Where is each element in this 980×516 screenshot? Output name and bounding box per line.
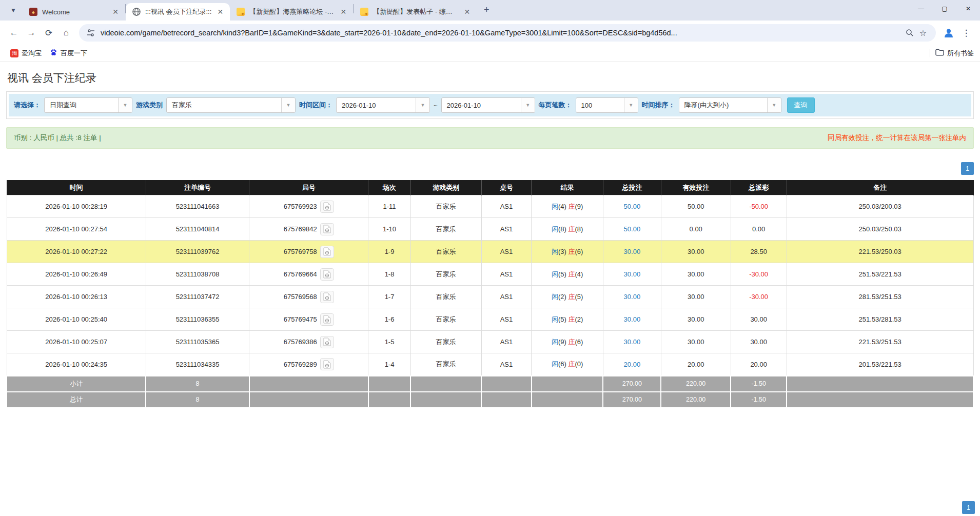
table-row: 2026-01-10 00:26:13523111037472675769568… <box>7 286 973 308</box>
tab-close-icon[interactable]: ✕ <box>215 7 225 16</box>
cell-total-bet[interactable]: 30.00 <box>603 241 661 263</box>
column-header: 结果 <box>532 181 603 195</box>
column-header: 总投注 <box>603 181 661 195</box>
tab-forum-post[interactable]: 【新提醒】发表帖子 - 综合交流 ✕ <box>354 3 477 21</box>
video-record-icon[interactable] <box>320 201 334 213</box>
date-start-value: 2026-01-10 <box>337 98 416 112</box>
date-start-select[interactable]: 2026-01-10 ▼ <box>336 97 430 113</box>
cell-valid-bet: 50.00 <box>661 195 731 218</box>
total-empty <box>532 376 603 392</box>
cell-total-bet[interactable]: 30.00 <box>603 263 661 286</box>
tab-title: :::视讯 会员下注纪录::: <box>145 7 211 16</box>
result-banker-score: (5) <box>575 293 583 301</box>
cell-total-bet[interactable]: 30.00 <box>603 286 661 308</box>
cell-session: 1-4 <box>368 353 411 376</box>
new-tab-button[interactable]: + <box>480 3 493 16</box>
forward-icon[interactable]: → <box>24 25 39 41</box>
total-valid-sum: 220.00 <box>661 392 731 408</box>
tab-close-icon[interactable]: ✕ <box>462 7 472 16</box>
query-mode-select[interactable]: 日期查询 ▼ <box>44 97 132 113</box>
cell-total-bet[interactable]: 30.00 <box>603 308 661 331</box>
cell-remark: 221.53/250.03 <box>787 241 973 263</box>
date-end-select[interactable]: 2026-01-10 ▼ <box>441 97 535 113</box>
tab-forum-thread[interactable]: 【新提醒】海燕策略论坛 - 综合 ✕ <box>230 3 353 21</box>
cell-payout: 30.00 <box>731 308 787 331</box>
address-bar[interactable]: videoie.com/game/betrecord_search/kind3?… <box>79 24 936 42</box>
cell-session: 1-7 <box>368 286 411 308</box>
cell-result: 闲(3) 庄(6) <box>532 241 603 263</box>
round-number: 675769758 <box>284 248 317 255</box>
cell-result: 闲(6) 庄(0) <box>532 353 603 376</box>
page-content: 视讯 会员下注纪录 请选择： 日期查询 ▼ 游戏类别 百家乐 ▼ 时间区间： 2… <box>0 62 980 516</box>
cell-round-id: 675769475 <box>249 308 368 331</box>
all-bookmarks-button[interactable]: 所有书签 <box>935 49 974 58</box>
game-type-select[interactable]: 百家乐 ▼ <box>166 97 296 113</box>
result-player-label: 闲 <box>552 293 558 301</box>
zoom-icon[interactable] <box>903 26 916 39</box>
menu-kebab-icon[interactable]: ⋮ <box>958 25 974 41</box>
date-separator: ~ <box>434 102 438 109</box>
chevron-down-icon: ▼ <box>521 98 535 112</box>
table-row: 2026-01-10 00:27:54523111040814675769842… <box>7 218 973 241</box>
cell-time: 2026-01-10 00:25:07 <box>7 331 146 353</box>
bookmark-taobao[interactable]: 淘 爱淘宝 <box>6 47 46 59</box>
video-record-icon[interactable] <box>320 313 334 326</box>
cell-game-type: 百家乐 <box>410 195 481 218</box>
pagination-top: 1 <box>6 162 974 175</box>
video-record-icon[interactable] <box>320 358 334 370</box>
search-button[interactable]: 查询 <box>787 97 815 113</box>
video-record-icon[interactable] <box>320 246 334 258</box>
chevron-down-icon: ▼ <box>281 98 295 112</box>
total-empty <box>249 376 368 392</box>
close-window-button[interactable]: ✕ <box>956 0 980 17</box>
cell-table-no: AS1 <box>481 195 532 218</box>
tab-search-chevron-icon[interactable]: ▼ <box>6 3 21 17</box>
result-player-score: (8) <box>558 225 569 233</box>
cell-total-bet[interactable]: 20.00 <box>603 353 661 376</box>
back-icon[interactable]: ← <box>6 25 22 41</box>
cell-valid-bet: 0.00 <box>661 218 731 241</box>
table-header-row: 时间注单编号局号场次游戏类别桌号结果总投注有效投注总派彩备注 <box>7 181 973 195</box>
cell-payout: -50.00 <box>731 195 787 218</box>
url-text[interactable]: videoie.com/game/betrecord_search/kind3?… <box>101 29 903 37</box>
chevron-down-icon: ▼ <box>416 98 429 112</box>
table-body: 2026-01-10 00:28:19523111041663675769923… <box>7 195 973 376</box>
bookmark-label: 百度一下 <box>61 49 87 58</box>
total-count: 8 <box>146 376 249 392</box>
tab-close-icon[interactable]: ✕ <box>339 7 348 16</box>
tab-close-icon[interactable]: ✕ <box>111 7 120 16</box>
welcome-favicon: ♠ <box>29 7 38 16</box>
result-player-score: (5) <box>558 270 569 278</box>
all-bookmarks-label: 所有书签 <box>947 49 974 58</box>
minimize-button[interactable]: — <box>909 0 933 17</box>
cell-time: 2026-01-10 00:26:13 <box>7 286 146 308</box>
cell-total-bet[interactable]: 50.00 <box>603 195 661 218</box>
sort-select[interactable]: 降幂(由大到小) ▼ <box>679 97 781 113</box>
page-number-button[interactable]: 1 <box>961 162 974 175</box>
video-record-icon[interactable] <box>320 223 334 235</box>
column-header: 总派彩 <box>731 181 787 195</box>
site-info-icon[interactable] <box>85 27 96 38</box>
cell-total-bet[interactable]: 30.00 <box>603 331 661 353</box>
tab-welcome[interactable]: ♠ Welcome ✕ <box>23 3 125 21</box>
total-payout-sum: -1.50 <box>731 376 787 392</box>
tab-bet-record[interactable]: :::视讯 会员下注纪录::: ✕ <box>126 3 230 21</box>
result-banker-label: 庄 <box>568 203 575 210</box>
video-record-icon[interactable] <box>320 291 334 303</box>
bookmark-baidu[interactable]: 百度一下 <box>46 47 91 59</box>
profile-avatar-icon[interactable] <box>941 25 956 41</box>
home-icon[interactable]: ⌂ <box>58 25 74 41</box>
maximize-button[interactable]: ▢ <box>933 0 956 17</box>
page-size-select[interactable]: 100 ▼ <box>576 97 638 113</box>
tab-title: Welcome <box>42 8 107 16</box>
video-record-icon[interactable] <box>320 336 334 348</box>
page-number-button-bottom[interactable]: 1 <box>962 501 975 514</box>
reload-icon[interactable]: ⟳ <box>41 25 56 41</box>
cell-total-bet[interactable]: 50.00 <box>603 218 661 241</box>
bookmark-star-icon[interactable]: ☆ <box>916 26 930 39</box>
video-record-icon[interactable] <box>320 268 334 281</box>
cell-round-id: 675769923 <box>249 195 368 218</box>
folder-icon <box>935 49 944 57</box>
total-empty <box>410 376 481 392</box>
round-number: 675769475 <box>284 315 317 323</box>
